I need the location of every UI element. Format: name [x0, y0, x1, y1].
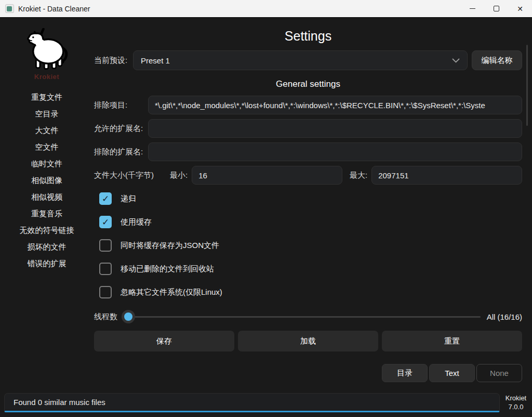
- max-size-input[interactable]: [371, 166, 522, 185]
- thread-count-label: 线程数: [94, 312, 117, 322]
- preset-selected-value: Preset 1: [141, 56, 170, 65]
- window-title: Krokiet - Data Cleaner: [18, 5, 90, 13]
- use-cache-checkbox-label: 使用缓存: [121, 217, 152, 227]
- slider-handle[interactable]: [122, 310, 135, 323]
- check-icon: ✓: [102, 194, 109, 203]
- excluded-items-row: 排除项目:: [94, 96, 522, 114]
- minimize-icon: [470, 8, 475, 9]
- minimize-button[interactable]: [460, 0, 484, 17]
- checkbox-group: ✓ 递归 ✓ 使用缓存 ✓ 同时将缓存保存为JSON文件 ✓ 移动已删除的文件到…: [99, 192, 522, 298]
- reset-button[interactable]: 重置: [382, 331, 522, 351]
- app-version: Krokiet 7.0.0: [500, 394, 532, 412]
- preset-row: 当前预设: Preset 1 编辑名称: [94, 50, 522, 70]
- logo-caption: Krokiet: [20, 73, 74, 81]
- allowed-extensions-input[interactable]: [148, 119, 522, 138]
- check-icon: ✓: [102, 218, 109, 227]
- maximize-button[interactable]: [484, 0, 508, 17]
- preset-label: 当前预设:: [94, 56, 133, 66]
- other-filesystems-checkbox-row[interactable]: ✓ 忽略其它文件系统(仅限Linux): [99, 286, 522, 298]
- action-buttons: 保存 加载 重置: [94, 331, 522, 351]
- recursive-checkbox-row[interactable]: ✓ 递归: [99, 192, 522, 205]
- sidebar: Krokiet 重复文件 空目录 大文件 空文件 临时文件 相似图像 相似视频 …: [0, 18, 94, 417]
- file-size-row: 文件大小(千字节) 最小: 最大:: [94, 166, 522, 185]
- use-cache-checkbox[interactable]: ✓: [99, 216, 112, 228]
- view-mode-buttons: 目录 Text None: [94, 364, 522, 382]
- file-size-label: 文件大小(千字节): [94, 171, 170, 180]
- excluded-extensions-input[interactable]: [148, 142, 522, 161]
- status-message-field[interactable]: Found 0 similar music files: [4, 393, 500, 412]
- preset-select[interactable]: Preset 1: [133, 50, 468, 70]
- other-filesystems-checkbox[interactable]: ✓: [99, 286, 112, 298]
- excluded-items-label: 排除项目:: [94, 100, 148, 110]
- close-button[interactable]: ✕: [508, 0, 532, 17]
- edit-name-button[interactable]: 编辑名称: [472, 50, 522, 70]
- load-button[interactable]: 加载: [238, 331, 378, 351]
- llama-logo-icon: [20, 28, 74, 73]
- chevron-down-icon: [452, 58, 460, 63]
- sidebar-item-empty-files[interactable]: 空文件: [0, 139, 94, 155]
- titlebar: Krokiet - Data Cleaner ✕: [0, 0, 532, 18]
- close-icon: ✕: [517, 5, 523, 12]
- app-icon: [5, 4, 14, 13]
- none-mode-button[interactable]: None: [476, 364, 522, 382]
- recursive-checkbox[interactable]: ✓: [99, 192, 112, 205]
- recursive-checkbox-label: 递归: [121, 194, 136, 204]
- app-window: Krokiet 重复文件 空目录 大文件 空文件 临时文件 相似图像 相似视频 …: [0, 18, 532, 417]
- trash-checkbox-row[interactable]: ✓ 移动已删除的文件到回收站: [99, 263, 522, 275]
- status-message: Found 0 similar music files: [14, 398, 105, 407]
- allowed-extensions-row: 允许的扩展名:: [94, 119, 522, 138]
- sidebar-item-similar-videos[interactable]: 相似视频: [0, 189, 94, 205]
- max-size-label: 最大:: [350, 171, 367, 180]
- sidebar-item-broken-files[interactable]: 损坏的文件: [0, 239, 94, 255]
- thread-count-value: All (16/16): [487, 312, 522, 321]
- save-button[interactable]: 保存: [94, 331, 234, 351]
- sidebar-nav: 重复文件 空目录 大文件 空文件 临时文件 相似图像 相似视频 重复音乐 无效的…: [0, 89, 94, 272]
- thread-count-row: 线程数 All (16/16): [94, 309, 522, 324]
- sidebar-item-similar-images[interactable]: 相似图像: [0, 172, 94, 189]
- sidebar-item-invalid-symlinks[interactable]: 无效的符号链接: [0, 222, 94, 239]
- sidebar-item-bad-extensions[interactable]: 错误的扩展: [0, 255, 94, 272]
- allowed-extensions-label: 允许的扩展名:: [94, 124, 148, 134]
- vertical-scrollbar[interactable]: [526, 45, 528, 126]
- slider-track[interactable]: [122, 316, 481, 318]
- excluded-extensions-row: 排除的扩展名:: [94, 142, 522, 161]
- sidebar-item-music-duplicates[interactable]: 重复音乐: [0, 205, 94, 222]
- json-cache-checkbox[interactable]: ✓: [99, 239, 112, 252]
- settings-panel: Settings 当前预设: Preset 1 编辑名称 General set…: [94, 18, 532, 417]
- excluded-items-input[interactable]: [148, 96, 522, 114]
- app-version-name: Krokiet: [500, 394, 532, 403]
- app-version-number: 7.0.0: [500, 403, 532, 412]
- window-controls: ✕: [460, 0, 532, 17]
- sidebar-item-temp-files[interactable]: 临时文件: [0, 155, 94, 172]
- maximize-icon: [494, 6, 499, 11]
- min-size-label: 最小:: [170, 171, 188, 180]
- text-mode-button[interactable]: Text: [429, 364, 475, 382]
- general-settings-title: General settings: [94, 79, 522, 89]
- sidebar-item-big-files[interactable]: 大文件: [0, 122, 94, 139]
- other-filesystems-checkbox-label: 忽略其它文件系统(仅限Linux): [121, 288, 222, 297]
- logo: Krokiet: [20, 28, 74, 81]
- page-title: Settings: [94, 29, 522, 44]
- sidebar-item-empty-dirs[interactable]: 空目录: [0, 106, 94, 122]
- excluded-extensions-label: 排除的扩展名:: [94, 147, 148, 157]
- statusbar: Found 0 similar music files Krokiet 7.0.…: [4, 393, 532, 412]
- use-cache-checkbox-row[interactable]: ✓ 使用缓存: [99, 216, 522, 228]
- sidebar-item-duplicate-files[interactable]: 重复文件: [0, 89, 94, 106]
- directories-mode-button[interactable]: 目录: [382, 364, 428, 382]
- json-cache-checkbox-row[interactable]: ✓ 同时将缓存保存为JSON文件: [99, 239, 522, 252]
- trash-checkbox-label: 移动已删除的文件到回收站: [121, 264, 214, 274]
- json-cache-checkbox-label: 同时将缓存保存为JSON文件: [121, 241, 219, 251]
- thread-count-slider[interactable]: [122, 309, 481, 324]
- min-size-input[interactable]: [192, 166, 342, 185]
- trash-checkbox[interactable]: ✓: [99, 263, 112, 275]
